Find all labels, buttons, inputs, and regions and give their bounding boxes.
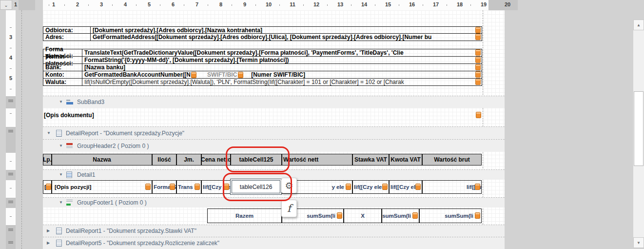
detail-band-icon xyxy=(66,172,72,178)
collapse-icon[interactable]: ▼ xyxy=(47,131,51,135)
field-expression[interactable]: GetFormattedBankAccountNumber([N SWIFT/B… xyxy=(82,71,482,78)
header-cell-lp[interactable]: Lp. xyxy=(43,154,52,166)
band-edge-guide xyxy=(21,10,22,249)
detail-cell[interactable]: Trans xyxy=(176,180,201,194)
field-expression[interactable]: Iif(IsNullOrEmpty([Dokument sprzedaży].[… xyxy=(82,79,482,85)
expression-text: [Dokument sprzedaży].[Adres odbiorcy].[N… xyxy=(93,27,262,33)
collapse-icon[interactable]: ▶ xyxy=(47,229,50,233)
field-expression[interactable]: [Dokument sprzedaży].[Adres odbiorcy].[N… xyxy=(91,27,482,33)
hruler-number: 20 xyxy=(502,1,513,7)
data-binding-icon[interactable] xyxy=(46,184,51,190)
field-expression[interactable]: GetFormattedAddress([Dokument sprzedaży]… xyxy=(91,34,482,41)
data-binding-icon[interactable] xyxy=(476,112,481,118)
header-cell-wartosc-netto[interactable]: Wartość nett xyxy=(282,154,352,166)
field-row-adres[interactable]: Adres: GetFormattedAddress([Dokument spr… xyxy=(43,33,482,41)
footer-cell-sum[interactable]: sumSum(Ii xyxy=(419,208,482,223)
scrollbar-thumb[interactable] xyxy=(634,91,644,166)
field-row-waluta[interactable]: Waluta: Iif(IsNullOrEmpty([Dokument sprz… xyxy=(43,78,482,86)
data-binding-icon[interactable] xyxy=(170,184,175,190)
data-binding-icon[interactable] xyxy=(415,184,421,190)
header-cell-stawka-vat[interactable]: Stawka VAT xyxy=(352,154,389,166)
header-cell-ilosc[interactable]: Ilość xyxy=(152,154,176,166)
data-binding-icon[interactable] xyxy=(337,212,342,219)
field-expression[interactable]: [Nazwa banku] xyxy=(82,64,482,71)
collapse-icon[interactable]: ▼ xyxy=(59,144,63,148)
footer-cell-razem[interactable]: Razem xyxy=(207,208,282,223)
data-binding-icon[interactable] xyxy=(475,49,481,56)
header-cell-nazwa[interactable]: Nazwa xyxy=(52,154,152,166)
band-detailreport5[interactable]: ▶ DetailReport5 - "Dokument sprzedaży.Ro… xyxy=(43,237,505,249)
detail-cell[interactable]: [ xyxy=(43,180,52,194)
band-label: GroupHeader2 ( Poziom 0 ) xyxy=(77,143,149,149)
band-drag-handle[interactable] xyxy=(8,130,13,132)
scroll-up-button[interactable]: ▲ xyxy=(633,20,644,30)
data-binding-icon[interactable] xyxy=(346,184,351,190)
field-row-forma-platnosci[interactable]: Forma płatności: TranslateText(GetTradeD… xyxy=(43,49,482,57)
expression-text: TranslateText(GetTradeDictionaryValue([D… xyxy=(84,49,404,56)
detail-cell[interactable]: Iif([Czy ele xyxy=(352,180,389,194)
data-binding-icon[interactable] xyxy=(145,184,151,190)
band-detailreport[interactable]: ▼ DetailReport - "Dokument sprzedaży.Poz… xyxy=(43,126,505,139)
swift-label: SWIFT/BIC xyxy=(207,71,237,78)
collapse-icon[interactable]: ▼ xyxy=(59,100,63,104)
detail-cell[interactable]: Iif([Czy ele xyxy=(389,180,422,194)
band-drag-handle[interactable] xyxy=(8,241,13,244)
data-binding-icon[interactable] xyxy=(475,27,481,33)
collapse-icon[interactable]: ▼ xyxy=(59,201,63,205)
data-binding-icon[interactable] xyxy=(475,57,481,63)
data-binding-icon[interactable] xyxy=(412,212,418,219)
data-binding-icon[interactable] xyxy=(195,184,200,190)
band-drag-handle[interactable] xyxy=(8,100,13,102)
annotation-circle-tablecell126 xyxy=(223,173,292,201)
data-binding-icon[interactable] xyxy=(475,34,481,40)
field-row-odbiorca[interactable]: Odbiorca: [Dokument sprzedaży].[Adres od… xyxy=(43,26,482,34)
expression-editor-button[interactable]: f xyxy=(281,200,297,217)
data-binding-icon[interactable] xyxy=(475,79,481,85)
hruler-number: 16 xyxy=(406,1,418,7)
band-detailreport1[interactable]: ▶ DetailReport1 - "Dokument sprzedaży.St… xyxy=(43,225,505,237)
data-binding-icon[interactable] xyxy=(191,72,196,78)
data-binding-icon[interactable] xyxy=(475,64,481,70)
detail-cell-opis-pozycji[interactable]: [Opis pozycji] xyxy=(52,180,152,194)
band-subband3[interactable]: ▼ SubBand3 xyxy=(43,96,505,108)
detail-report-icon xyxy=(56,228,62,234)
vruler-number: 3 xyxy=(6,34,16,40)
data-binding-icon[interactable] xyxy=(475,212,480,219)
header-cell-wartosc-brutto[interactable]: Wartość brut xyxy=(422,154,482,166)
field-row-bank[interactable]: Bank: [Nazwa banku] xyxy=(43,63,482,71)
field-row-konto[interactable]: Konto: GetFormattedBankAccountNumber([N … xyxy=(43,71,482,79)
group-footer-icon xyxy=(66,200,73,206)
document-description-control[interactable]: [Opis dokumentu] xyxy=(43,111,482,120)
expression-text: FormatString('{0:yyyy-MM-dd}', [Dokument… xyxy=(84,57,289,63)
data-binding-icon[interactable] xyxy=(475,184,480,190)
expression-text: sumSum(Ii xyxy=(307,213,335,219)
expression-text: y ele xyxy=(332,184,344,190)
detail-cell[interactable]: Iif([Czy ele xyxy=(422,180,482,194)
band-drag-handle[interactable] xyxy=(8,228,13,231)
band-drag-handle[interactable] xyxy=(8,173,13,175)
hruler-number: 1 xyxy=(48,1,59,7)
band-label: SubBand3 xyxy=(77,99,104,105)
data-binding-icon[interactable] xyxy=(382,184,388,190)
collapse-icon[interactable]: ▼ xyxy=(59,173,63,177)
expression-text: Trans xyxy=(178,184,193,190)
field-row-termin-platnosci[interactable]: Termin płatności: FormatString('{0:yyyy-… xyxy=(43,56,482,64)
expression-text: Iif([Czy ele xyxy=(424,184,482,190)
expression-text: [Opis pozycji] xyxy=(53,184,91,190)
scroll-down-button[interactable]: ▼ xyxy=(633,237,644,248)
footer-cell-x[interactable]: X xyxy=(344,208,382,223)
detail-cell[interactable]: FormatS xyxy=(152,180,176,194)
collapse-icon[interactable]: ▶ xyxy=(47,241,50,245)
band-label: GroupFooter1 ( Poziom 0 ) xyxy=(77,199,147,206)
header-cell-kwota-vat[interactable]: Kwota VAT xyxy=(389,154,422,166)
data-binding-icon[interactable] xyxy=(475,71,481,78)
field-expression[interactable]: FormatString('{0:yyyy-MM-dd}', [Dokument… xyxy=(82,57,482,63)
data-binding-icon[interactable] xyxy=(238,72,243,78)
field-label: Odbiorca: xyxy=(43,27,91,33)
design-surface[interactable]: Odbiorca: [Dokument sprzedaży].[Adres od… xyxy=(43,10,505,249)
band-drag-handle[interactable] xyxy=(8,201,13,203)
header-cell-jm[interactable]: Jm. xyxy=(176,154,201,166)
detail-report-icon xyxy=(56,130,62,137)
footer-cell-sum[interactable]: sumSum(Ii xyxy=(382,208,419,223)
field-expression[interactable]: TranslateText(GetTradeDictionaryValue([D… xyxy=(82,49,482,56)
